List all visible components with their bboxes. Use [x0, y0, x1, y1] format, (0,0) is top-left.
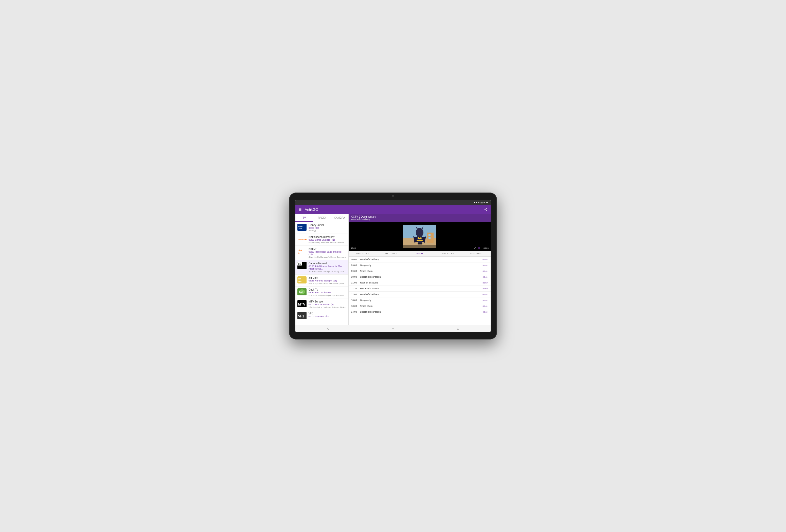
date-tab-thu[interactable]: THU, 13.OCT [377, 251, 406, 257]
schedule-list[interactable]: 08:00 Wonderful delivery 60min 09:00 Geo… [349, 257, 491, 325]
video-expand-button[interactable]: ⤢ [474, 247, 476, 249]
channel-item-disney-junior[interactable]: Disney Junior Disney Junior 08:25 (38) (… [295, 222, 348, 234]
share-button[interactable] [484, 208, 488, 212]
schedule-item-title: Times photo [360, 305, 483, 307]
schedule-item-title: Geography [360, 264, 483, 266]
schedule-item[interactable]: 10:00 Special presentation 60min [349, 274, 491, 280]
jim-jam-logo: Jim Jam [297, 276, 306, 284]
status-icons: ▲▲ ▸ ▮▮ [473, 201, 483, 204]
mtv-time: 08:00 16 a tehotná III (8) [308, 303, 346, 306]
disney-junior-time: 08:25 (38) [308, 227, 346, 229]
video-frame: 08:00 ⤢ ⏸ 09:00 [349, 222, 491, 251]
channel-item-nick-jr[interactable]: nick jr. Nick Jr 08:30 Fresh Beat Band o… [295, 246, 348, 260]
status-time: 8:39 [484, 201, 488, 204]
schedule-item[interactable]: 08:00 Wonderful delivery 60min [349, 257, 491, 263]
jim-jam-name: Jim Jam [308, 276, 346, 279]
schedule-item-title: Wonderful delivery [360, 258, 483, 261]
nick-jr-desc: (Bunnies Go Bananas), Oh no! Summer look… [308, 256, 346, 258]
channel-item-vh1[interactable]: VH1 VH1 08:00 Hits Best Hits [295, 310, 348, 321]
jim-jam-info: Jim Jam 08:35 Hurá do džungle! (18) Každ… [308, 276, 346, 285]
duck-tv-logo: Duck [297, 288, 306, 295]
schedule-item-title: Road of discovery [360, 282, 483, 284]
schedule-item-time: 12:00 [351, 293, 360, 296]
schedule-item-duration: 60min [483, 293, 488, 296]
schedule-item-time: 11:00 [351, 282, 360, 284]
main-content: TV RADIO CAMERA Disney Junior [295, 214, 491, 325]
schedule-item-duration: 30min [483, 288, 488, 290]
nav-bar: ◁ ○ □ [295, 325, 491, 332]
schedule-item-time: 10:00 [351, 275, 360, 278]
schedule-item-title: Times photo [360, 270, 483, 272]
right-panel: CCTV 9 Documentary Wonderful delivery [349, 214, 491, 325]
schedule-item[interactable]: 13:00 Geography 30min [349, 297, 491, 303]
svg-text:jr.: jr. [298, 252, 299, 254]
date-tab-sun[interactable]: SUN, 16.OCT [462, 251, 491, 257]
svg-rect-31 [418, 243, 420, 244]
video-title-bar: CCTV 9 Documentary Wonderful delivery [349, 214, 491, 222]
date-tab-wed[interactable]: WED, 12.OCT [349, 251, 377, 257]
schedule-item[interactable]: 13:30 Times photo 30min [349, 303, 491, 309]
video-player: CCTV 9 Documentary Wonderful delivery [349, 214, 491, 251]
channel-item-mtv[interactable]: MTV MTV Europe 08:00 16 a tehotná III (8… [295, 298, 348, 310]
duck-tv-desc: Hráme sa s nájznámejšími príslušníkmi a … [308, 294, 346, 296]
schedule-item[interactable]: 09:30 Times photo 30min [349, 268, 491, 274]
home-button[interactable]: ○ [389, 326, 397, 331]
wifi-icon: ▸ [479, 201, 480, 204]
video-channel-name: CCTV 9 Documentary [351, 215, 488, 218]
menu-button[interactable]: ☰ [298, 208, 302, 212]
disney-junior-name: Disney Junior [308, 224, 346, 226]
date-tab-today[interactable]: TODAY [406, 251, 434, 257]
schedule-item-time: 08:00 [351, 258, 360, 261]
channel-list[interactable]: Disney Junior Disney Junior 08:25 (38) (… [295, 222, 348, 325]
schedule-item-duration: 30min [483, 270, 488, 272]
schedule-item[interactable]: 11:00 Road of discovery 30min [349, 280, 491, 286]
video-content [403, 225, 436, 248]
video-progress-bar[interactable] [360, 248, 471, 248]
tablet-screen: ▲▲ ▸ ▮▮ 8:39 ☰ AntikGO TV RADI [295, 200, 491, 332]
channel-item-cartoon-network[interactable]: CN Cartoon Network 08:25 Total Drama Pre… [295, 260, 348, 274]
recent-apps-button[interactable]: □ [454, 326, 462, 331]
signal-icon: ▲▲ [473, 201, 478, 204]
schedule-item[interactable]: 12:00 Wonderful delivery 60min [349, 292, 491, 297]
svg-rect-34 [429, 234, 431, 236]
svg-text:Jam: Jam [298, 281, 301, 283]
schedule-item[interactable]: 09:00 Geography 30min [349, 263, 491, 268]
svg-text:Junior: Junior [298, 228, 302, 229]
cartoon-network-desc: An action-filled, outrageous buddy comed… [308, 270, 346, 272]
svg-text:Disney: Disney [298, 225, 303, 227]
svg-rect-0 [298, 224, 306, 231]
cartoon-network-info: Cartoon Network 08:25 Total Drama Presen… [308, 262, 346, 272]
tab-tv[interactable]: TV [295, 214, 313, 222]
channel-item-duck-tv[interactable]: Duck Duck TV 08:39 Teraz sa hráme Hráme … [295, 287, 348, 298]
svg-text:CN: CN [298, 263, 301, 265]
tab-camera[interactable]: CAMERA [331, 214, 348, 222]
nickelodeon-desc: (Sky Whale), Babe and Kenzie's school pr… [308, 241, 346, 244]
schedule-item[interactable]: 11:30 Historical romance 30min [349, 286, 491, 292]
schedule-item-time: 11:30 [351, 287, 360, 290]
tablet-device: ▲▲ ▸ ▮▮ 8:39 ☰ AntikGO TV RADI [289, 193, 497, 339]
mtv-logo: MTV [297, 300, 306, 307]
nickelodeon-name: Nickelodeon (upraveny) [308, 236, 346, 238]
channel-item-jim-jam[interactable]: Jim Jam Jim Jam 08:35 Hurá do džungle! (… [295, 274, 348, 287]
duck-tv-name: Duck TV [308, 288, 346, 291]
video-controls: 08:00 ⤢ ⏸ 09:00 [349, 245, 491, 251]
schedule-item-time: 09:30 [351, 270, 360, 272]
channel-item-nickelodeon[interactable]: nickelodeon Nickelodeon (upraveny) 08:30… [295, 234, 348, 246]
cartoon-network-logo: CN [297, 262, 306, 269]
video-pause-button[interactable]: ⏸ [478, 246, 481, 250]
schedule-item-duration: 30min [483, 299, 488, 301]
vh1-info: VH1 08:00 Hits Best Hits [308, 312, 346, 318]
schedule-item-duration: 60min [483, 259, 488, 261]
status-bar: ▲▲ ▸ ▮▮ 8:39 [295, 200, 491, 205]
nickelodeon-info: Nickelodeon (upraveny) 08:30 Game Shaker… [308, 236, 346, 244]
schedule-item[interactable]: 14:00 Special presentation 60min [349, 309, 491, 315]
video-end-time: 09:00 [481, 247, 489, 249]
svg-point-27 [418, 237, 422, 239]
mtv-desc: 16 a tehotná' je hodinova dokumentárni s… [308, 306, 346, 308]
back-button[interactable]: ◁ [324, 326, 332, 331]
date-tab-sat[interactable]: SAT, 15.OCT [434, 251, 462, 257]
tab-radio[interactable]: RADIO [313, 214, 331, 222]
disney-junior-info: Disney Junior 08:25 (38) (detsky) [308, 224, 346, 232]
date-tabs: WED, 12.OCT THU, 13.OCT TODAY SAT, 15.OC… [349, 251, 491, 257]
svg-text:Jim: Jim [298, 278, 301, 280]
